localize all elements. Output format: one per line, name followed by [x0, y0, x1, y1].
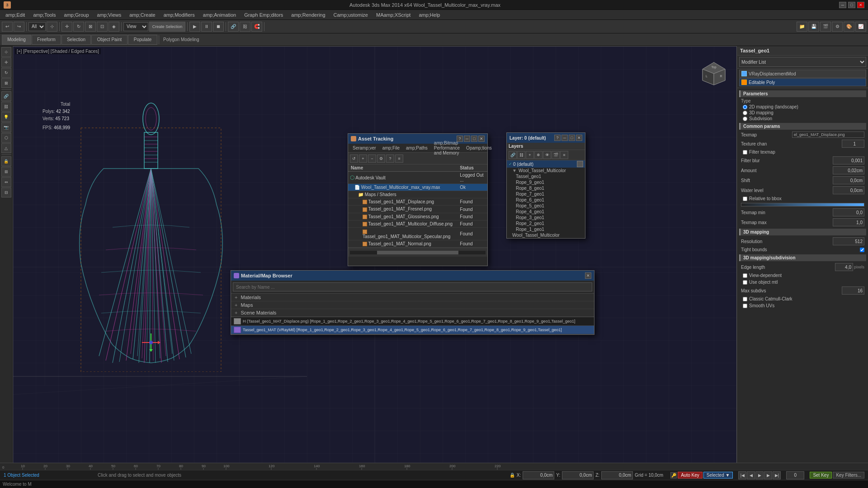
- lt-select[interactable]: ⊹: [1, 47, 11, 57]
- modifier-editpoly[interactable]: Editable Poly: [739, 78, 866, 86]
- layer-row-wool2[interactable]: Wool_Tassel_Multicolor: [507, 232, 585, 238]
- menu-create[interactable]: amp;Create: [126, 11, 159, 19]
- filter-texmap-row[interactable]: Filter texmap: [739, 149, 866, 155]
- texture-chan-input[interactable]: [842, 140, 864, 148]
- use-obj-mtl-row[interactable]: Use object mtl: [739, 279, 866, 286]
- menu-edit[interactable]: amp;Edit: [2, 11, 28, 19]
- asset-row-diffuse[interactable]: Tassel_geo1_MAT_Multicolor_Diffuse.png F…: [348, 221, 487, 228]
- asset-row-maps[interactable]: 📁 Maps / Shaders: [348, 191, 487, 198]
- minimize-button[interactable]: ─: [839, 2, 846, 8]
- lt-align[interactable]: ⊞: [1, 167, 11, 177]
- maximize-button[interactable]: □: [848, 2, 855, 8]
- asset-row-vault[interactable]: ⬡ Autodesk Vault Logged Out ...: [348, 172, 487, 184]
- asset-props-btn[interactable]: ⚙: [377, 155, 385, 163]
- layer-row-rope4[interactable]: Rope_4_geo1: [507, 209, 585, 215]
- layers-help[interactable]: ?: [554, 135, 561, 141]
- type-radio-3d[interactable]: 3D mapping: [739, 110, 866, 116]
- tab-selection[interactable]: Selection: [61, 35, 91, 45]
- lt-scale[interactable]: ⊠: [1, 78, 11, 88]
- render-settings-btn[interactable]: ⚙: [832, 22, 843, 32]
- layers-minimize[interactable]: ─: [561, 135, 568, 141]
- material-btn[interactable]: 🎨: [844, 22, 854, 32]
- amount-input[interactable]: [833, 166, 864, 174]
- tab-modeling[interactable]: Modeling: [2, 35, 31, 45]
- smooth-uvs-row[interactable]: Smooth UVs: [739, 302, 866, 309]
- open-btn[interactable]: 📁: [797, 22, 807, 32]
- smooth-uvs-check[interactable]: [743, 304, 747, 308]
- view-select[interactable]: View: [123, 22, 148, 31]
- link-btn[interactable]: 🔗: [228, 22, 239, 32]
- pause-btn[interactable]: ⏸: [201, 22, 212, 32]
- lt-rotate[interactable]: ↻: [1, 68, 11, 78]
- tab-populate[interactable]: Populate: [128, 35, 157, 45]
- asset-window-maximize[interactable]: □: [471, 136, 477, 142]
- maps-section[interactable]: + Maps: [231, 301, 594, 309]
- asset-help-btn[interactable]: ?: [386, 155, 394, 163]
- filter-texmap-check[interactable]: [743, 150, 747, 155]
- lt-unlink[interactable]: ⛓: [1, 102, 11, 112]
- menu-tools[interactable]: amp;Tools: [29, 11, 59, 19]
- modifier-list-select[interactable]: Modifier List: [739, 57, 866, 67]
- render-btn[interactable]: 🎬: [820, 22, 831, 32]
- layer-row-default[interactable]: ✓ 0 (default): [507, 160, 585, 168]
- layer-row-rope7[interactable]: Rope_7_geo1: [507, 191, 585, 197]
- select-obj-btn[interactable]: ⊹: [47, 22, 57, 32]
- next-key-btn[interactable]: ▶|: [773, 471, 781, 479]
- use-obj-mtl-check[interactable]: [743, 280, 747, 285]
- asset-hscroll-thumb[interactable]: [377, 251, 458, 254]
- layers-close[interactable]: ✕: [576, 135, 582, 141]
- asset-refresh-btn[interactable]: ↺: [350, 155, 358, 163]
- type-radio-3d-input[interactable]: [743, 111, 747, 115]
- lt-camera[interactable]: 📷: [1, 122, 11, 132]
- unlink-btn[interactable]: ⛓: [240, 22, 250, 32]
- view-dependent-row[interactable]: View-dependent: [739, 272, 866, 279]
- texmap-max-input[interactable]: [833, 218, 864, 226]
- tab-freeform[interactable]: Freeform: [32, 35, 61, 45]
- menu-views[interactable]: amp;Views: [94, 11, 125, 19]
- play-btn[interactable]: ▶: [189, 22, 200, 32]
- menu-grapheditors[interactable]: Graph Emp;ditors: [241, 11, 287, 19]
- curve-editor-btn[interactable]: 📈: [855, 22, 866, 32]
- menu-maxscript[interactable]: MAamp;XScript: [373, 11, 414, 19]
- catmull-clark-row[interactable]: Classic Catmull-Clark: [739, 296, 866, 302]
- asset-menu-paths[interactable]: amp;Paths: [403, 145, 430, 151]
- layer-row-rope2[interactable]: Rope_2_geo1: [507, 221, 585, 226]
- scale-btn[interactable]: ⊠: [85, 22, 96, 32]
- relative-bbox-check[interactable]: [743, 197, 747, 201]
- layer-row-wool[interactable]: ▼ Wool_Tassel_Multicolor: [507, 168, 585, 174]
- lt-shape[interactable]: △: [1, 143, 11, 153]
- catmull-clark-check[interactable]: [743, 297, 747, 301]
- resolution-input[interactable]: [833, 237, 864, 245]
- z-coord-input[interactable]: [601, 471, 633, 479]
- asset-hscrollbar[interactable]: [350, 251, 486, 254]
- select-filter-btn[interactable]: Create Selection: [149, 22, 185, 32]
- material-search-input[interactable]: [233, 282, 592, 291]
- layers-hide-btn[interactable]: 👁: [543, 151, 551, 159]
- layers-render-btn[interactable]: 🎬: [552, 151, 560, 159]
- lt-geo[interactable]: ⬡: [1, 133, 11, 143]
- asset-remove-btn[interactable]: −: [368, 155, 376, 163]
- prev-frame-btn[interactable]: ◀: [747, 471, 755, 479]
- filter-blur-input[interactable]: [833, 156, 864, 164]
- save-btn[interactable]: 💾: [808, 22, 819, 32]
- material-window-close[interactable]: ✕: [585, 272, 591, 279]
- layers-freeze-btn[interactable]: ❄: [534, 151, 542, 159]
- relative-bbox-row[interactable]: Relative to bbox: [739, 195, 866, 202]
- tight-bounds-check[interactable]: [860, 248, 864, 252]
- lt-move[interactable]: ✛: [1, 57, 11, 67]
- menu-rendering[interactable]: amp;Rendering: [288, 11, 329, 19]
- lt-light[interactable]: 💡: [1, 112, 11, 122]
- rotate-btn[interactable]: ↻: [73, 22, 84, 32]
- layer-row-rope5[interactable]: Rope_5_geo1: [507, 203, 585, 209]
- lt-mirror[interactable]: ⇔: [1, 177, 11, 187]
- view-dependent-check[interactable]: [743, 273, 747, 278]
- asset-row-max-file[interactable]: 📄 Wool_Tassel_Multicolor_max_vray.max Ok: [348, 184, 487, 191]
- perspective-cube[interactable]: Top L R: [700, 60, 727, 87]
- menu-customize[interactable]: Camp;ustomize: [330, 11, 372, 19]
- type-radio-2d-input[interactable]: [743, 105, 747, 109]
- layers-options-btn[interactable]: ≡: [560, 151, 568, 159]
- asset-row-specular[interactable]: Tassel_geo1_MAT_Multicolor_Specular.png …: [348, 228, 487, 240]
- lt-array[interactable]: ⊟: [1, 188, 11, 197]
- shift-input[interactable]: [833, 176, 864, 184]
- tab-objectpaint[interactable]: Object Paint: [91, 35, 127, 45]
